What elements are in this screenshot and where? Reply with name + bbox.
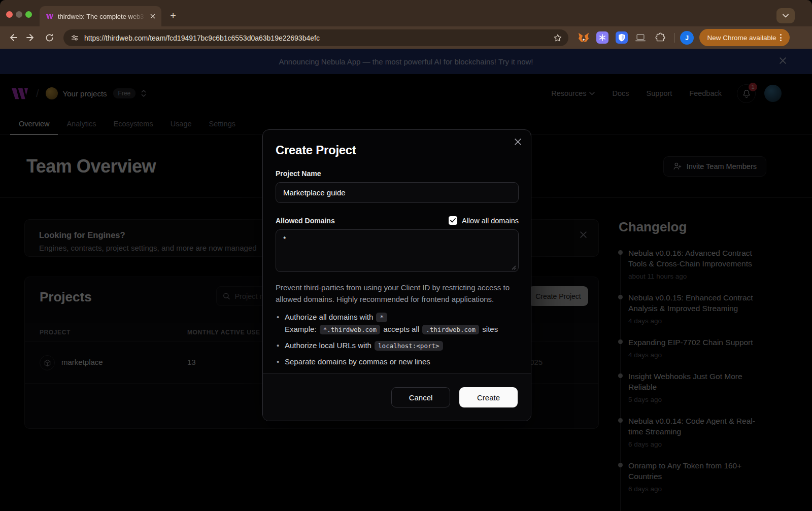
macos-close-button[interactable] — [6, 11, 13, 18]
resize-grip-icon[interactable] — [512, 265, 516, 270]
bullet-authorize-local: Authorize local URLs with localhost:<por… — [276, 339, 518, 352]
bullet-text: Authorize all domains with — [285, 313, 373, 321]
dialog-footer: Cancel Create — [263, 373, 531, 421]
allow-all-checkbox[interactable] — [449, 216, 457, 225]
toolbar-divider — [674, 33, 675, 43]
page-viewport: Announcing Nebula App — the most powerfu… — [0, 49, 812, 511]
bullet-text: Authorize local URLs with — [285, 341, 371, 350]
chrome-update-button[interactable]: New Chrome available — [699, 29, 790, 46]
laptop-extension-icon[interactable] — [634, 31, 647, 44]
thirdweb-favicon — [46, 13, 54, 20]
allow-all-label: Allow all domains — [462, 217, 519, 225]
macos-zoom-button[interactable] — [25, 11, 32, 18]
macos-minimize-button[interactable] — [16, 11, 22, 18]
allowed-domains-row: Allowed Domains Allow all domains — [276, 216, 519, 225]
bullet-text: accepts all — [383, 325, 419, 333]
site-settings-icon[interactable] — [71, 33, 79, 42]
project-name-input[interactable] — [276, 182, 519, 203]
chrome-update-label: New Chrome available — [707, 34, 776, 42]
browser-window: thirdweb: The complete web3 + https://th… — [0, 0, 812, 511]
tab-search-chevron-button[interactable] — [776, 8, 795, 23]
bullet-authorize-all: Authorize all domains with * Example: *.… — [276, 311, 518, 335]
domains-help-text: Prevent third-parties from using your Cl… — [276, 282, 519, 305]
project-name-label: Project Name — [276, 169, 518, 178]
back-icon[interactable] — [7, 32, 18, 43]
url-text[interactable]: https://thirdweb.com/team/fcd194917bc9c6… — [84, 34, 553, 42]
url-bar[interactable]: https://thirdweb.com/team/fcd194917bc9c6… — [63, 29, 568, 46]
code-asterisk: * — [376, 313, 387, 322]
new-tab-button[interactable]: + — [166, 9, 180, 22]
chrome-menu-kebab-icon[interactable] — [780, 34, 782, 41]
forward-icon[interactable] — [25, 32, 37, 43]
shield-extension-icon[interactable] — [616, 31, 628, 44]
cancel-button[interactable]: Cancel — [391, 387, 450, 407]
browser-tabstrip: thirdweb: The complete web3 + — [0, 0, 812, 26]
checkbox-check-icon — [450, 218, 456, 223]
bullet-text: Example: — [285, 325, 317, 333]
chrome-profile-avatar[interactable]: J — [680, 31, 694, 45]
allowed-domains-label: Allowed Domains — [276, 217, 335, 225]
bullet-separate-domains: Separate domains by commas or new lines — [276, 356, 518, 367]
dialog-title: Create Project — [276, 143, 518, 157]
reload-icon[interactable] — [44, 32, 55, 43]
metamask-extension-icon[interactable] — [578, 31, 590, 44]
code-suffix-domain: .thirdweb.com — [422, 325, 479, 334]
allowed-domains-textarea[interactable]: * — [276, 229, 519, 272]
snowflake-extension-icon[interactable] — [596, 31, 608, 44]
domains-textarea-wrap: * — [276, 229, 519, 274]
allow-all-domains-toggle[interactable]: Allow all domains — [449, 216, 519, 225]
dialog-body: Create Project Project Name Allowed Doma… — [263, 130, 531, 367]
create-project-dialog: Create Project Project Name Allowed Doma… — [262, 129, 531, 421]
browser-tab[interactable]: thirdweb: The complete web3 — [40, 6, 161, 26]
browser-toolbar: https://thirdweb.com/team/fcd194917bc9c6… — [0, 26, 812, 49]
create-button[interactable]: Create — [459, 387, 518, 407]
code-localhost: localhost:<port> — [375, 341, 443, 351]
code-wildcard-domain: *.thirdweb.com — [320, 325, 380, 334]
extensions-puzzle-icon[interactable] — [654, 31, 666, 44]
bookmark-star-icon[interactable] — [553, 33, 562, 43]
tab-close-icon[interactable] — [148, 12, 157, 21]
tab-title: thirdweb: The complete web3 — [58, 13, 148, 20]
bullet-text: sites — [482, 325, 498, 333]
domains-bullet-list: Authorize all domains with * Example: *.… — [276, 311, 518, 367]
dialog-close-icon[interactable] — [514, 138, 522, 148]
